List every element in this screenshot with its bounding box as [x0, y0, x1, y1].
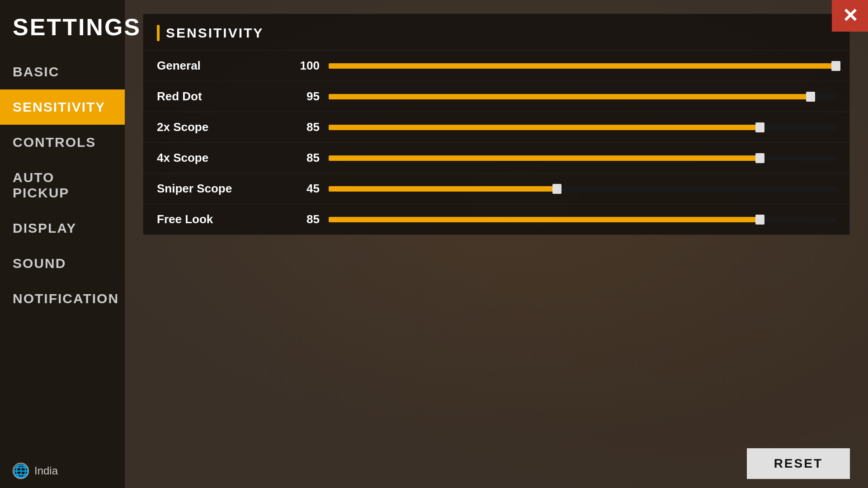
sliders-container: General100Red Dot952x Scope854x Scope85S…: [143, 50, 849, 235]
sidebar-bottom: 🌐 India: [0, 454, 125, 488]
nav-menu: BASICSENSITIVITYCONTROLSAUTO PICKUPDISPL…: [0, 54, 125, 316]
slider-row-2: 2x Scope85: [143, 112, 849, 142]
slider-fill-0: [329, 63, 836, 69]
slider-row-1: Red Dot95: [143, 81, 849, 112]
sidebar-item-auto-pickup[interactable]: AUTO PICKUP: [0, 160, 125, 211]
slider-track-2[interactable]: [329, 125, 836, 130]
slider-row-4: Sniper Scope45: [143, 173, 849, 204]
slider-label-4: Sniper Scope: [157, 182, 283, 196]
slider-thumb-4[interactable]: [552, 184, 561, 194]
panel-header: SENSITIVITY: [143, 14, 849, 50]
slider-label-0: General: [157, 59, 283, 73]
slider-track-1[interactable]: [329, 94, 836, 99]
settings-title: SETTINGS: [0, 5, 125, 54]
slider-value-0: 100: [283, 59, 320, 73]
sidebar-item-controls[interactable]: CONTROLS: [0, 125, 125, 160]
slider-thumb-1[interactable]: [806, 92, 815, 102]
slider-fill-1: [329, 94, 811, 99]
panel-accent: [157, 25, 160, 41]
slider-thumb-0[interactable]: [831, 61, 840, 71]
slider-fill-3: [329, 155, 760, 161]
sidebar-item-display[interactable]: DISPLAY: [0, 211, 125, 246]
close-icon: ✕: [842, 6, 858, 25]
slider-label-5: Free Look: [157, 212, 283, 226]
slider-label-3: 4x Scope: [157, 151, 283, 165]
slider-fill-2: [329, 125, 760, 130]
sidebar-item-basic[interactable]: BASIC: [0, 54, 125, 89]
slider-thumb-5[interactable]: [755, 215, 764, 225]
slider-value-4: 45: [283, 182, 320, 196]
slider-track-0[interactable]: [329, 63, 836, 69]
slider-value-2: 85: [283, 120, 320, 134]
slider-label-1: Red Dot: [157, 89, 283, 103]
slider-track-3[interactable]: [329, 155, 836, 161]
close-button[interactable]: ✕: [832, 0, 868, 32]
region-label: India: [34, 465, 58, 477]
sidebar-item-sound[interactable]: SOUND: [0, 246, 125, 281]
sidebar-item-sensitivity[interactable]: SENSITIVITY: [0, 89, 125, 125]
slider-track-4[interactable]: [329, 186, 836, 192]
slider-thumb-2[interactable]: [755, 122, 764, 132]
slider-fill-4: [329, 186, 557, 192]
slider-value-3: 85: [283, 151, 320, 165]
sidebar: SETTINGS BASICSENSITIVITYCONTROLSAUTO PI…: [0, 0, 125, 488]
slider-fill-5: [329, 217, 760, 222]
slider-label-2: 2x Scope: [157, 120, 283, 134]
slider-row-3: 4x Scope85: [143, 142, 849, 173]
globe-icon: 🌐: [13, 463, 29, 479]
panel-title: SENSITIVITY: [166, 25, 264, 41]
sidebar-item-notification[interactable]: NOTIFICATION: [0, 281, 125, 316]
slider-thumb-3[interactable]: [755, 153, 764, 163]
slider-value-1: 95: [283, 89, 320, 103]
page-wrapper: ✕ SETTINGS BASICSENSITIVITYCONTROLSAUTO …: [0, 0, 868, 488]
slider-row-0: General100: [143, 50, 849, 81]
sensitivity-panel: SENSITIVITY General100Red Dot952x Scope8…: [143, 14, 850, 235]
slider-value-5: 85: [283, 212, 320, 226]
main-layout: SETTINGS BASICSENSITIVITYCONTROLSAUTO PI…: [0, 0, 868, 488]
slider-track-5[interactable]: [329, 217, 836, 222]
slider-row-5: Free Look85: [143, 204, 849, 235]
reset-button[interactable]: RESET: [747, 448, 850, 479]
content-area: SENSITIVITY General100Red Dot952x Scope8…: [125, 0, 868, 488]
